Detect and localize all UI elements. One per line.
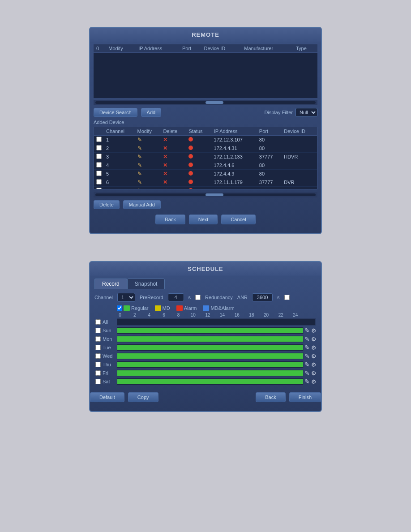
day-gear-icon[interactable]: ⚙	[311, 344, 317, 351]
top-scrollbar[interactable]	[94, 100, 317, 105]
day-checkbox[interactable]	[95, 353, 101, 359]
legend-regular-checkbox[interactable]	[117, 305, 122, 311]
row-delete-icon[interactable]: ✕	[161, 187, 186, 190]
row-ip: 172.11.1.108	[212, 187, 257, 190]
row-checkbox[interactable]	[94, 178, 104, 187]
day-checkbox[interactable]	[95, 379, 101, 384]
legend-regular-color	[124, 305, 130, 311]
day-checkbox[interactable]	[95, 345, 101, 350]
day-bar-area[interactable]	[117, 344, 304, 351]
row-delete-icon[interactable]: ✕	[161, 161, 186, 170]
hour-label: 20	[263, 313, 270, 317]
copy-button[interactable]: Copy	[128, 392, 158, 402]
day-edit-icon[interactable]: ✎	[304, 344, 310, 351]
row-checkbox[interactable]	[94, 153, 104, 161]
added-scrollbar[interactable]	[94, 192, 317, 197]
row-deviceid: DVR	[282, 178, 317, 187]
manual-add-button[interactable]: Manual Add	[123, 200, 161, 209]
day-edit-icon[interactable]: ✎	[304, 327, 310, 334]
day-checkbox[interactable]	[95, 328, 101, 333]
row-port: 37777	[257, 178, 282, 187]
day-bar-area[interactable]	[117, 352, 304, 360]
delete-button[interactable]: Delete	[94, 200, 120, 209]
hour-label: 0	[117, 313, 123, 317]
row-checkbox[interactable]	[94, 136, 104, 144]
channel-select[interactable]: 1	[117, 293, 135, 302]
day-row: Tue✎⚙	[94, 344, 317, 351]
row-modify-icon[interactable]: ✎	[135, 187, 161, 190]
day-edit-icon[interactable]: ✎	[304, 352, 310, 360]
day-label: Mon	[102, 336, 117, 342]
hour-label: 10	[190, 313, 196, 317]
day-gear-icon[interactable]: ⚙	[311, 353, 317, 360]
table-row: 7 ✎ ✕ 172.11.1.108 37777 HDVR	[94, 187, 317, 190]
day-bar-area[interactable]	[117, 369, 304, 377]
row-checkbox[interactable]	[94, 161, 104, 170]
row-modify-icon[interactable]: ✎	[135, 178, 161, 187]
row-modify-icon[interactable]: ✎	[135, 136, 161, 144]
col-num: 0	[94, 44, 106, 53]
col-deviceid: Device ID	[201, 44, 241, 53]
tab-snapshot[interactable]: Snapshot	[127, 279, 165, 289]
day-edit-icon[interactable]: ✎	[304, 369, 310, 377]
row-checkbox[interactable]	[94, 187, 104, 190]
device-search-button[interactable]: Device Search	[94, 108, 137, 117]
legend-alarm: Alarm	[176, 305, 197, 311]
table-row: 4 ✎ ✕ 172.4.4.6 80	[94, 161, 317, 170]
anr-input[interactable]	[252, 293, 273, 301]
added-col-modify: Modify	[135, 127, 161, 136]
day-gear-icon[interactable]: ⚙	[311, 336, 317, 343]
back-button[interactable]: Back	[155, 215, 185, 224]
display-filter-select[interactable]: Null	[295, 108, 317, 117]
finish-button[interactable]: Finish	[289, 392, 321, 402]
row-modify-icon[interactable]: ✎	[135, 161, 161, 170]
schedule-back-button[interactable]: Back	[256, 392, 285, 402]
table-row: 1 ✎ ✕ 172.12.3.107 80	[94, 136, 317, 144]
day-bar-green	[117, 328, 303, 333]
schedule-panel: SCHEDULE Record Snapshot Channel 1 PreRe…	[89, 261, 322, 412]
add-button[interactable]: Add	[141, 108, 162, 117]
redundancy-checkbox[interactable]	[195, 295, 201, 300]
day-gear-icon[interactable]: ⚙	[311, 370, 317, 377]
row-delete-icon[interactable]: ✕	[161, 144, 186, 153]
day-edit-icon[interactable]: ✎	[304, 378, 310, 385]
day-gear-icon[interactable]: ⚙	[311, 378, 317, 385]
day-gear-icon[interactable]: ⚙	[311, 327, 317, 334]
tab-record[interactable]: Record	[94, 279, 127, 289]
day-checkbox[interactable]	[95, 336, 101, 342]
col-manufacturer: Manufacturer	[241, 44, 293, 53]
day-bar-area[interactable]	[117, 335, 304, 343]
row-delete-icon[interactable]: ✕	[161, 153, 186, 161]
day-bar-area[interactable]	[117, 378, 304, 385]
row-modify-icon[interactable]: ✎	[135, 144, 161, 153]
row-deviceid	[282, 170, 317, 178]
prerecord-input[interactable]	[168, 293, 184, 301]
row-delete-icon[interactable]: ✕	[161, 170, 186, 178]
cancel-button[interactable]: Cancel	[221, 215, 255, 224]
anr-checkbox[interactable]	[284, 295, 290, 300]
row-modify-icon[interactable]: ✎	[135, 153, 161, 161]
row-delete-icon[interactable]: ✕	[161, 178, 186, 187]
day-bar-area[interactable]	[117, 361, 304, 368]
row-delete-icon[interactable]: ✕	[161, 136, 186, 144]
row-checkbox[interactable]	[94, 144, 104, 153]
day-checkbox[interactable]	[95, 362, 101, 367]
day-bar-area[interactable]	[117, 318, 316, 326]
day-bar-area[interactable]	[117, 327, 304, 334]
day-checkbox[interactable]	[95, 370, 101, 376]
row-modify-icon[interactable]: ✎	[135, 170, 161, 178]
day-edit-icon[interactable]: ✎	[304, 335, 310, 343]
hour-label: 16	[234, 313, 240, 317]
row-port: 80	[257, 170, 282, 178]
added-col-channel: Channel	[104, 127, 135, 136]
day-edit-icon[interactable]: ✎	[304, 361, 310, 368]
next-button[interactable]: Next	[189, 215, 218, 224]
schedule-grid: AllSun✎⚙Mon✎⚙Tue✎⚙Wed✎⚙Thu✎⚙Fri✎⚙Sat✎⚙	[94, 318, 317, 385]
day-checkbox[interactable]	[95, 319, 101, 325]
row-checkbox[interactable]	[94, 170, 104, 178]
added-device-table-wrapper: Channel Modify Delete Status IP Address …	[94, 127, 317, 189]
default-button[interactable]: Default	[90, 392, 124, 402]
row-deviceid	[282, 161, 317, 170]
day-gear-icon[interactable]: ⚙	[311, 361, 317, 368]
row-status	[186, 170, 211, 178]
